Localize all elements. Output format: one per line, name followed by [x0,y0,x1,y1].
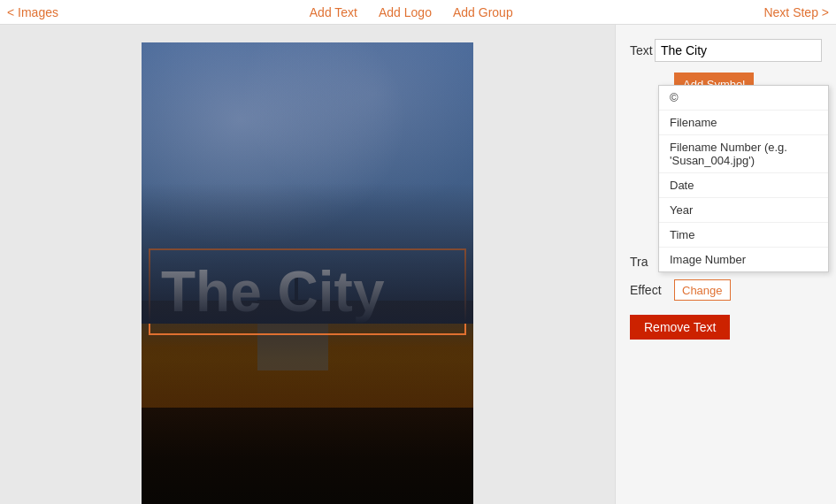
image-panel: The City [0,25,615,504]
nav-center: Add Text Add Logo Add Group [310,5,513,19]
text-field-row: Text [630,39,822,62]
text-label: Text [630,43,655,57]
effect-row: Effect Change [630,279,822,301]
dropdown-item-copyright[interactable]: © [659,86,828,111]
city-lights-decoration [142,301,473,418]
water-decoration [142,408,473,504]
effect-label: Effect [630,283,674,297]
dropdown-item-date[interactable]: Date [659,173,828,198]
overlay-text-box[interactable]: The City [149,248,466,335]
change-button[interactable]: Change [674,279,731,301]
add-text-link[interactable]: Add Text [310,5,357,19]
overlay-text-content: The City [161,260,384,324]
dropdown-item-filename-number[interactable]: Filename Number (e.g. 'Susan_004.jpg') [659,135,828,173]
symbol-dropdown: © Filename Filename Number (e.g. 'Susan_… [658,85,829,272]
nav-right: Next Step > [763,5,836,19]
text-input[interactable] [655,39,822,62]
nav-left: < Images [0,5,58,19]
add-group-link[interactable]: Add Group [453,5,513,19]
image-container: The City [142,42,473,504]
dropdown-item-year[interactable]: Year [659,198,828,223]
back-images-link[interactable]: < Images [7,5,58,19]
dropdown-item-time[interactable]: Time [659,223,828,248]
next-step-link[interactable]: Next Step > [763,5,829,19]
dropdown-item-filename[interactable]: Filename [659,111,828,135]
remove-text-button[interactable]: Remove Text [630,315,730,340]
top-nav: < Images Add Text Add Logo Add Group Nex… [0,0,836,25]
main-content: The City Text Add Symbol © Filename File… [0,25,836,504]
add-logo-link[interactable]: Add Logo [379,5,432,19]
city-image: The City [142,42,473,504]
dropdown-item-image-number[interactable]: Image Number [659,248,828,271]
right-panel: Text Add Symbol © Filename Filename Numb… [615,25,836,504]
